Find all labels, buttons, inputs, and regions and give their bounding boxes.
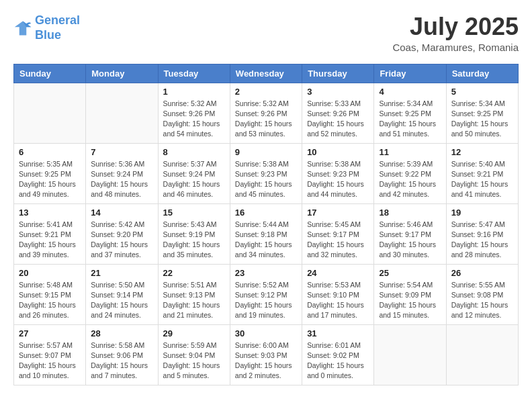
- title-block: July 2025 Coas, Maramures, Romania: [392, 13, 519, 53]
- calendar-cell: 1Sunrise: 5:32 AM Sunset: 9:26 PM Daylig…: [158, 83, 230, 143]
- calendar-cell: 11Sunrise: 5:39 AM Sunset: 9:22 PM Dayli…: [374, 143, 446, 203]
- calendar-cell: [14, 83, 86, 143]
- calendar-cell: 6Sunrise: 5:35 AM Sunset: 9:25 PM Daylig…: [14, 143, 86, 203]
- day-number: 11: [379, 147, 441, 157]
- day-number: 9: [235, 147, 297, 157]
- day-info: Sunrise: 5:47 AM Sunset: 9:16 PM Dayligh…: [451, 220, 513, 261]
- calendar-cell: 17Sunrise: 5:45 AM Sunset: 9:17 PM Dayli…: [302, 203, 374, 264]
- day-info: Sunrise: 5:53 AM Sunset: 9:10 PM Dayligh…: [307, 280, 369, 321]
- day-number: 12: [451, 147, 513, 157]
- day-number: 18: [379, 208, 441, 218]
- day-number: 31: [307, 328, 369, 338]
- calendar-cell: 25Sunrise: 5:54 AM Sunset: 9:09 PM Dayli…: [374, 264, 446, 324]
- day-number: 8: [163, 147, 225, 157]
- calendar-cell: 13Sunrise: 5:41 AM Sunset: 9:21 PM Dayli…: [14, 203, 86, 264]
- day-number: 26: [451, 268, 513, 278]
- day-number: 10: [307, 147, 369, 157]
- calendar-cell: 5Sunrise: 5:34 AM Sunset: 9:25 PM Daylig…: [446, 83, 518, 143]
- calendar-cell: [86, 83, 158, 143]
- day-number: 17: [307, 208, 369, 218]
- calendar-cell: 27Sunrise: 5:57 AM Sunset: 9:07 PM Dayli…: [14, 324, 86, 385]
- calendar-cell: 16Sunrise: 5:44 AM Sunset: 9:18 PM Dayli…: [230, 203, 302, 264]
- day-number: 16: [235, 208, 297, 218]
- day-info: Sunrise: 5:44 AM Sunset: 9:18 PM Dayligh…: [235, 220, 297, 261]
- day-number: 29: [163, 328, 225, 338]
- day-info: Sunrise: 5:37 AM Sunset: 9:24 PM Dayligh…: [163, 159, 225, 200]
- location-subtitle: Coas, Maramures, Romania: [392, 42, 519, 53]
- calendar-cell: 21Sunrise: 5:50 AM Sunset: 9:14 PM Dayli…: [86, 264, 158, 324]
- day-number: 24: [307, 268, 369, 278]
- day-info: Sunrise: 5:41 AM Sunset: 9:21 PM Dayligh…: [19, 220, 81, 261]
- day-info: Sunrise: 5:59 AM Sunset: 9:04 PM Dayligh…: [163, 340, 225, 381]
- week-row-2: 6Sunrise: 5:35 AM Sunset: 9:25 PM Daylig…: [14, 143, 519, 203]
- day-info: Sunrise: 5:55 AM Sunset: 9:08 PM Dayligh…: [451, 280, 513, 321]
- calendar-body: 1Sunrise: 5:32 AM Sunset: 9:26 PM Daylig…: [14, 83, 519, 385]
- weekday-header-friday: Friday: [374, 64, 446, 83]
- calendar-cell: 2Sunrise: 5:32 AM Sunset: 9:26 PM Daylig…: [230, 83, 302, 143]
- weekday-header-monday: Monday: [86, 64, 158, 83]
- week-row-3: 13Sunrise: 5:41 AM Sunset: 9:21 PM Dayli…: [14, 203, 519, 264]
- day-number: 27: [19, 328, 81, 338]
- calendar-cell: [446, 324, 518, 385]
- day-info: Sunrise: 5:54 AM Sunset: 9:09 PM Dayligh…: [379, 280, 441, 321]
- day-info: Sunrise: 5:46 AM Sunset: 9:17 PM Dayligh…: [379, 220, 441, 261]
- day-info: Sunrise: 5:58 AM Sunset: 9:06 PM Dayligh…: [91, 340, 152, 381]
- calendar-cell: 22Sunrise: 5:51 AM Sunset: 9:13 PM Dayli…: [158, 264, 230, 324]
- logo-icon: [13, 19, 32, 38]
- day-number: 15: [163, 208, 225, 218]
- calendar-cell: 7Sunrise: 5:36 AM Sunset: 9:24 PM Daylig…: [86, 143, 158, 203]
- calendar-cell: 9Sunrise: 5:38 AM Sunset: 9:23 PM Daylig…: [230, 143, 302, 203]
- calendar-cell: 19Sunrise: 5:47 AM Sunset: 9:16 PM Dayli…: [446, 203, 518, 264]
- day-info: Sunrise: 5:38 AM Sunset: 9:23 PM Dayligh…: [307, 159, 369, 200]
- calendar-cell: [374, 324, 446, 385]
- day-info: Sunrise: 5:39 AM Sunset: 9:22 PM Dayligh…: [379, 159, 441, 200]
- day-info: Sunrise: 5:36 AM Sunset: 9:24 PM Dayligh…: [91, 159, 152, 200]
- calendar-header: SundayMondayTuesdayWednesdayThursdayFrid…: [14, 64, 519, 83]
- week-row-5: 27Sunrise: 5:57 AM Sunset: 9:07 PM Dayli…: [14, 324, 519, 385]
- day-info: Sunrise: 5:38 AM Sunset: 9:23 PM Dayligh…: [235, 159, 297, 200]
- day-number: 1: [163, 87, 225, 97]
- day-number: 22: [163, 268, 225, 278]
- calendar-cell: 3Sunrise: 5:33 AM Sunset: 9:26 PM Daylig…: [302, 83, 374, 143]
- calendar-cell: 8Sunrise: 5:37 AM Sunset: 9:24 PM Daylig…: [158, 143, 230, 203]
- day-number: 3: [307, 87, 369, 97]
- calendar-cell: 30Sunrise: 6:00 AM Sunset: 9:03 PM Dayli…: [230, 324, 302, 385]
- day-info: Sunrise: 5:57 AM Sunset: 9:07 PM Dayligh…: [19, 340, 81, 381]
- calendar-cell: 14Sunrise: 5:42 AM Sunset: 9:20 PM Dayli…: [86, 203, 158, 264]
- logo: General Blue: [13, 13, 80, 42]
- logo-text: General Blue: [35, 13, 80, 42]
- day-info: Sunrise: 5:40 AM Sunset: 9:21 PM Dayligh…: [451, 159, 513, 200]
- week-row-1: 1Sunrise: 5:32 AM Sunset: 9:26 PM Daylig…: [14, 83, 519, 143]
- calendar-table: SundayMondayTuesdayWednesdayThursdayFrid…: [13, 64, 519, 385]
- weekday-header-sunday: Sunday: [14, 64, 86, 83]
- day-number: 28: [91, 328, 152, 338]
- day-info: Sunrise: 5:51 AM Sunset: 9:13 PM Dayligh…: [163, 280, 225, 321]
- day-info: Sunrise: 5:43 AM Sunset: 9:19 PM Dayligh…: [163, 220, 225, 261]
- calendar-cell: 28Sunrise: 5:58 AM Sunset: 9:06 PM Dayli…: [86, 324, 158, 385]
- day-number: 14: [91, 208, 152, 218]
- calendar-cell: 10Sunrise: 5:38 AM Sunset: 9:23 PM Dayli…: [302, 143, 374, 203]
- day-info: Sunrise: 5:42 AM Sunset: 9:20 PM Dayligh…: [91, 220, 152, 261]
- day-number: 20: [19, 268, 81, 278]
- calendar-cell: 31Sunrise: 6:01 AM Sunset: 9:02 PM Dayli…: [302, 324, 374, 385]
- weekday-header-wednesday: Wednesday: [230, 64, 302, 83]
- calendar-cell: 15Sunrise: 5:43 AM Sunset: 9:19 PM Dayli…: [158, 203, 230, 264]
- day-info: Sunrise: 5:34 AM Sunset: 9:25 PM Dayligh…: [379, 99, 441, 140]
- day-number: 2: [235, 87, 297, 97]
- page-header: General Blue July 2025 Coas, Maramures, …: [13, 13, 519, 53]
- day-info: Sunrise: 5:32 AM Sunset: 9:26 PM Dayligh…: [235, 99, 297, 140]
- weekday-header-saturday: Saturday: [446, 64, 518, 83]
- calendar-cell: 24Sunrise: 5:53 AM Sunset: 9:10 PM Dayli…: [302, 264, 374, 324]
- weekday-row: SundayMondayTuesdayWednesdayThursdayFrid…: [14, 64, 519, 83]
- weekday-header-thursday: Thursday: [302, 64, 374, 83]
- calendar-cell: 26Sunrise: 5:55 AM Sunset: 9:08 PM Dayli…: [446, 264, 518, 324]
- day-number: 6: [19, 147, 81, 157]
- day-number: 30: [235, 328, 297, 338]
- calendar-cell: 18Sunrise: 5:46 AM Sunset: 9:17 PM Dayli…: [374, 203, 446, 264]
- day-number: 13: [19, 208, 81, 218]
- day-number: 5: [451, 87, 513, 97]
- day-info: Sunrise: 5:32 AM Sunset: 9:26 PM Dayligh…: [163, 99, 225, 140]
- day-info: Sunrise: 5:48 AM Sunset: 9:15 PM Dayligh…: [19, 280, 81, 321]
- calendar-cell: 4Sunrise: 5:34 AM Sunset: 9:25 PM Daylig…: [374, 83, 446, 143]
- day-info: Sunrise: 5:45 AM Sunset: 9:17 PM Dayligh…: [307, 220, 369, 261]
